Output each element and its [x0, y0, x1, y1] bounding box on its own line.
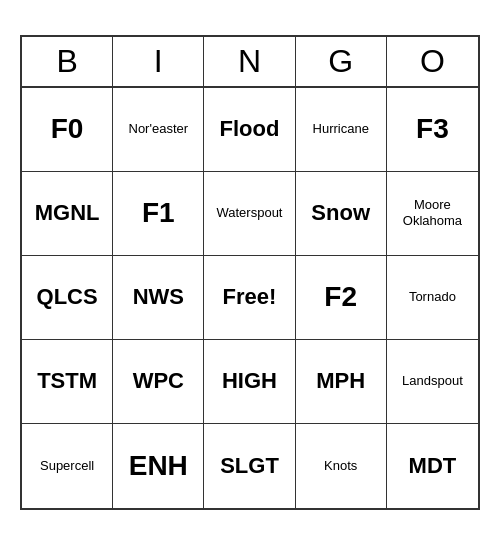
cell-r3-c2: HIGH — [204, 340, 295, 424]
cell-r0-c2: Flood — [204, 88, 295, 172]
cell-r2-c1: NWS — [113, 256, 204, 340]
cell-text-r1-c2: Waterspout — [216, 205, 282, 221]
cell-text-r4-c0: Supercell — [40, 458, 94, 474]
cell-r1-c4: Moore Oklahoma — [387, 172, 478, 256]
cell-text-r0-c1: Nor'easter — [129, 121, 189, 137]
cell-r0-c4: F3 — [387, 88, 478, 172]
cell-r3-c0: TSTM — [22, 340, 113, 424]
cell-text-r1-c1: F1 — [142, 197, 175, 229]
cell-text-r4-c4: MDT — [409, 453, 457, 479]
cell-r1-c2: Waterspout — [204, 172, 295, 256]
cell-text-r2-c3: F2 — [324, 281, 357, 313]
cell-r3-c1: WPC — [113, 340, 204, 424]
cell-r2-c4: Tornado — [387, 256, 478, 340]
cell-text-r4-c3: Knots — [324, 458, 357, 474]
cell-text-r1-c0: MGNL — [35, 200, 100, 226]
cell-text-r0-c3: Hurricane — [313, 121, 369, 137]
cell-r1-c3: Snow — [296, 172, 387, 256]
cell-r1-c0: MGNL — [22, 172, 113, 256]
cell-text-r2-c4: Tornado — [409, 289, 456, 305]
cell-text-r3-c2: HIGH — [222, 368, 277, 394]
cell-text-r0-c4: F3 — [416, 113, 449, 145]
cell-text-r3-c4: Landspout — [402, 373, 463, 389]
bingo-header: BINGO — [22, 37, 478, 88]
bingo-grid: F0Nor'easterFloodHurricaneF3MGNLF1Waters… — [22, 88, 478, 508]
cell-text-r2-c1: NWS — [133, 284, 184, 310]
cell-r2-c3: F2 — [296, 256, 387, 340]
cell-r4-c0: Supercell — [22, 424, 113, 508]
header-letter-I: I — [113, 37, 204, 86]
cell-r3-c3: MPH — [296, 340, 387, 424]
cell-text-r3-c1: WPC — [133, 368, 184, 394]
cell-r0-c0: F0 — [22, 88, 113, 172]
cell-text-r0-c0: F0 — [51, 113, 84, 145]
header-letter-B: B — [22, 37, 113, 86]
cell-r4-c2: SLGT — [204, 424, 295, 508]
cell-text-r2-c2: Free! — [223, 284, 277, 310]
cell-text-r3-c0: TSTM — [37, 368, 97, 394]
header-letter-N: N — [204, 37, 295, 86]
cell-text-r4-c1: ENH — [129, 450, 188, 482]
cell-r4-c3: Knots — [296, 424, 387, 508]
cell-r4-c4: MDT — [387, 424, 478, 508]
cell-r2-c0: QLCS — [22, 256, 113, 340]
cell-text-r4-c2: SLGT — [220, 453, 279, 479]
cell-r1-c1: F1 — [113, 172, 204, 256]
header-letter-G: G — [296, 37, 387, 86]
header-letter-O: O — [387, 37, 478, 86]
cell-text-r0-c2: Flood — [220, 116, 280, 142]
cell-text-r3-c3: MPH — [316, 368, 365, 394]
bingo-card: BINGO F0Nor'easterFloodHurricaneF3MGNLF1… — [20, 35, 480, 510]
cell-text-r1-c4: Moore Oklahoma — [403, 197, 462, 228]
cell-r4-c1: ENH — [113, 424, 204, 508]
cell-text-r1-c3: Snow — [311, 200, 370, 226]
cell-r2-c2: Free! — [204, 256, 295, 340]
cell-r0-c1: Nor'easter — [113, 88, 204, 172]
cell-r3-c4: Landspout — [387, 340, 478, 424]
cell-text-r2-c0: QLCS — [37, 284, 98, 310]
cell-r0-c3: Hurricane — [296, 88, 387, 172]
